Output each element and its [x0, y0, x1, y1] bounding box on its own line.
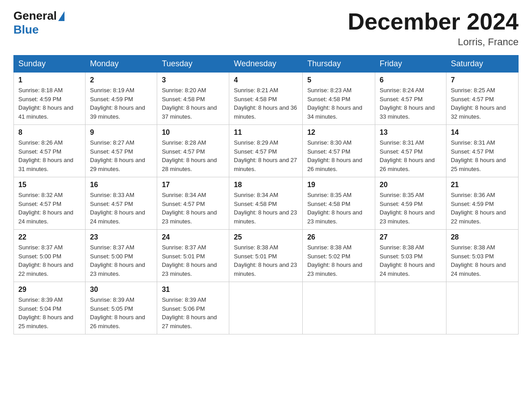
day-info: Sunrise: 8:34 AM Sunset: 4:57 PM Dayligh…	[162, 191, 224, 226]
day-info: Sunrise: 8:26 AM Sunset: 4:57 PM Dayligh…	[18, 138, 81, 173]
day-number: 12	[307, 128, 370, 137]
day-info: Sunrise: 8:38 AM Sunset: 5:03 PM Dayligh…	[451, 243, 514, 278]
calendar-cell: 28 Sunrise: 8:38 AM Sunset: 5:03 PM Dayl…	[446, 230, 518, 282]
day-number: 15	[18, 181, 81, 189]
calendar-cell	[229, 282, 303, 334]
logo: General Blue	[13, 9, 66, 37]
day-info: Sunrise: 8:37 AM Sunset: 5:01 PM Dayligh…	[162, 243, 224, 278]
calendar-cell	[303, 282, 375, 334]
col-header-wednesday: Wednesday	[229, 56, 303, 73]
col-header-saturday: Saturday	[446, 56, 518, 73]
day-number: 26	[307, 233, 370, 241]
calendar-cell: 8 Sunrise: 8:26 AM Sunset: 4:57 PM Dayli…	[14, 125, 86, 177]
calendar-cell: 30 Sunrise: 8:39 AM Sunset: 5:05 PM Dayl…	[86, 282, 157, 334]
calendar-cell: 25 Sunrise: 8:38 AM Sunset: 5:01 PM Dayl…	[229, 230, 303, 282]
day-info: Sunrise: 8:39 AM Sunset: 5:04 PM Dayligh…	[18, 295, 81, 330]
day-number: 22	[18, 233, 81, 241]
calendar-cell: 7 Sunrise: 8:25 AM Sunset: 4:57 PM Dayli…	[446, 73, 518, 125]
calendar-cell: 9 Sunrise: 8:27 AM Sunset: 4:57 PM Dayli…	[86, 125, 157, 177]
calendar-cell: 2 Sunrise: 8:19 AM Sunset: 4:59 PM Dayli…	[86, 73, 157, 125]
calendar-cell: 14 Sunrise: 8:31 AM Sunset: 4:57 PM Dayl…	[446, 125, 518, 177]
day-number: 10	[162, 128, 224, 137]
day-info: Sunrise: 8:20 AM Sunset: 4:58 PM Dayligh…	[162, 86, 224, 121]
day-number: 31	[162, 286, 224, 294]
calendar-week-1: 1 Sunrise: 8:18 AM Sunset: 4:59 PM Dayli…	[14, 73, 519, 125]
day-info: Sunrise: 8:37 AM Sunset: 5:00 PM Dayligh…	[18, 243, 81, 278]
location: Lorris, France	[348, 36, 519, 48]
calendar-week-2: 8 Sunrise: 8:26 AM Sunset: 4:57 PM Dayli…	[14, 125, 519, 177]
day-info: Sunrise: 8:30 AM Sunset: 4:57 PM Dayligh…	[307, 138, 370, 173]
day-number: 17	[162, 181, 224, 189]
calendar-table: SundayMondayTuesdayWednesdayThursdayFrid…	[13, 55, 519, 334]
day-number: 6	[380, 76, 442, 84]
day-number: 28	[451, 233, 514, 241]
day-number: 18	[234, 181, 298, 189]
day-info: Sunrise: 8:38 AM Sunset: 5:03 PM Dayligh…	[380, 243, 442, 278]
calendar-cell: 24 Sunrise: 8:37 AM Sunset: 5:01 PM Dayl…	[157, 230, 229, 282]
day-number: 21	[451, 181, 514, 189]
calendar-cell: 17 Sunrise: 8:34 AM Sunset: 4:57 PM Dayl…	[157, 177, 229, 230]
calendar-cell: 31 Sunrise: 8:39 AM Sunset: 5:06 PM Dayl…	[157, 282, 229, 334]
calendar-cell: 5 Sunrise: 8:23 AM Sunset: 4:58 PM Dayli…	[303, 73, 375, 125]
col-header-tuesday: Tuesday	[157, 56, 229, 73]
day-info: Sunrise: 8:39 AM Sunset: 5:06 PM Dayligh…	[162, 295, 224, 330]
col-header-thursday: Thursday	[303, 56, 375, 73]
day-number: 25	[234, 233, 298, 241]
day-number: 4	[234, 76, 298, 84]
day-info: Sunrise: 8:29 AM Sunset: 4:57 PM Dayligh…	[234, 138, 298, 173]
calendar-cell: 22 Sunrise: 8:37 AM Sunset: 5:00 PM Dayl…	[14, 230, 86, 282]
day-number: 14	[451, 128, 514, 137]
calendar-cell: 12 Sunrise: 8:30 AM Sunset: 4:57 PM Dayl…	[303, 125, 375, 177]
calendar-cell: 1 Sunrise: 8:18 AM Sunset: 4:59 PM Dayli…	[14, 73, 86, 125]
calendar-cell: 10 Sunrise: 8:28 AM Sunset: 4:57 PM Dayl…	[157, 125, 229, 177]
day-number: 24	[162, 233, 224, 241]
calendar-week-3: 15 Sunrise: 8:32 AM Sunset: 4:57 PM Dayl…	[14, 177, 519, 230]
day-info: Sunrise: 8:33 AM Sunset: 4:57 PM Dayligh…	[90, 191, 152, 226]
day-number: 29	[18, 286, 81, 294]
calendar-cell: 29 Sunrise: 8:39 AM Sunset: 5:04 PM Dayl…	[14, 282, 86, 334]
day-number: 20	[380, 181, 442, 189]
calendar-week-5: 29 Sunrise: 8:39 AM Sunset: 5:04 PM Dayl…	[14, 282, 519, 334]
day-number: 27	[380, 233, 442, 241]
calendar-cell: 20 Sunrise: 8:35 AM Sunset: 4:59 PM Dayl…	[375, 177, 446, 230]
day-number: 23	[90, 233, 152, 241]
day-number: 16	[90, 181, 152, 189]
day-info: Sunrise: 8:27 AM Sunset: 4:57 PM Dayligh…	[90, 138, 152, 173]
day-number: 11	[234, 128, 298, 137]
col-header-monday: Monday	[86, 56, 157, 73]
col-header-sunday: Sunday	[14, 56, 86, 73]
header-right: December 2024 Lorris, France	[348, 9, 519, 48]
day-info: Sunrise: 8:24 AM Sunset: 4:57 PM Dayligh…	[380, 86, 442, 121]
logo-general-text: General	[13, 9, 57, 23]
day-info: Sunrise: 8:28 AM Sunset: 4:57 PM Dayligh…	[162, 138, 224, 173]
day-info: Sunrise: 8:38 AM Sunset: 5:01 PM Dayligh…	[234, 243, 298, 278]
day-info: Sunrise: 8:38 AM Sunset: 5:02 PM Dayligh…	[307, 243, 370, 278]
day-number: 5	[307, 76, 370, 84]
day-number: 3	[162, 76, 224, 84]
calendar-cell: 13 Sunrise: 8:31 AM Sunset: 4:57 PM Dayl…	[375, 125, 446, 177]
day-info: Sunrise: 8:21 AM Sunset: 4:58 PM Dayligh…	[234, 86, 298, 121]
day-info: Sunrise: 8:31 AM Sunset: 4:57 PM Dayligh…	[451, 138, 514, 173]
calendar-cell: 16 Sunrise: 8:33 AM Sunset: 4:57 PM Dayl…	[86, 177, 157, 230]
day-info: Sunrise: 8:23 AM Sunset: 4:58 PM Dayligh…	[307, 86, 370, 121]
calendar-cell: 27 Sunrise: 8:38 AM Sunset: 5:03 PM Dayl…	[375, 230, 446, 282]
day-info: Sunrise: 8:18 AM Sunset: 4:59 PM Dayligh…	[18, 86, 81, 121]
day-number: 13	[380, 128, 442, 137]
col-header-friday: Friday	[375, 56, 446, 73]
calendar-cell: 4 Sunrise: 8:21 AM Sunset: 4:58 PM Dayli…	[229, 73, 303, 125]
day-number: 9	[90, 128, 152, 137]
calendar-cell	[446, 282, 518, 334]
day-number: 2	[90, 76, 152, 84]
calendar-cell: 3 Sunrise: 8:20 AM Sunset: 4:58 PM Dayli…	[157, 73, 229, 125]
day-info: Sunrise: 8:34 AM Sunset: 4:58 PM Dayligh…	[234, 191, 298, 226]
day-info: Sunrise: 8:37 AM Sunset: 5:00 PM Dayligh…	[90, 243, 152, 278]
day-info: Sunrise: 8:35 AM Sunset: 4:59 PM Dayligh…	[380, 191, 442, 226]
month-title: December 2024	[348, 9, 519, 34]
day-number: 7	[451, 76, 514, 84]
page-header: General Blue December 2024 Lorris, Franc…	[13, 9, 519, 48]
calendar-cell: 11 Sunrise: 8:29 AM Sunset: 4:57 PM Dayl…	[229, 125, 303, 177]
logo-blue-text: Blue	[13, 23, 39, 37]
calendar-cell: 23 Sunrise: 8:37 AM Sunset: 5:00 PM Dayl…	[86, 230, 157, 282]
day-number: 30	[90, 286, 152, 294]
day-number: 8	[18, 128, 81, 137]
